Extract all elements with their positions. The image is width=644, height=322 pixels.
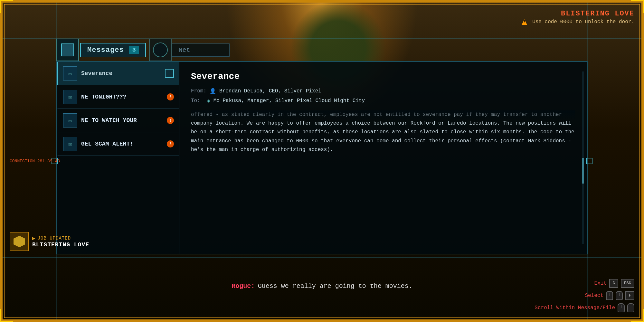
control-key-esc: ESC	[621, 279, 634, 288]
job-updated-icon	[10, 232, 29, 251]
quest-hint: ! Use code 0000 to unlock the door.	[522, 19, 634, 25]
msg-icon-0: ✉	[63, 66, 77, 80]
control-exit-label: Exit	[594, 280, 607, 286]
msg-label-0: Severance	[81, 70, 112, 77]
msg-icon-3: ✉	[63, 137, 77, 151]
quest-notification: BLISTERING LOVE ! Use code 0000 to unloc…	[522, 10, 634, 25]
content-area: ✉ Severance ✉ NE TONIGHT??? ! ✉ NE TO WA…	[56, 61, 588, 254]
message-detail-to-row: To: ◈ Mo Pakusa, Manager, Silver Pixel C…	[191, 98, 575, 104]
envelope-icon-2: ✉	[69, 117, 72, 124]
tab-net-icon-circle	[153, 43, 168, 57]
msg-label-3: GEL SCAM ALERT!	[81, 141, 133, 147]
message-item-severance[interactable]: ✉ Severance	[57, 62, 179, 85]
to-person-icon: ◈	[207, 98, 210, 104]
from-label: From:	[191, 88, 206, 94]
control-mouse-left	[606, 291, 613, 300]
message-detail-from-row: From: 👤 Brendan DeLuca, CEO, Silver Pixe…	[191, 88, 575, 94]
job-updated-notification: ▶ JOB UPDATED BLISTERING LOVE	[10, 232, 89, 251]
control-key-c: C	[609, 279, 618, 288]
message-item-gel-scam[interactable]: ✉ GEL SCAM ALERT! !	[57, 132, 179, 156]
job-updated-hex-icon	[14, 236, 25, 247]
control-row-scroll: Scroll Within Message/File	[535, 303, 634, 312]
to-person: Mo Pakusa, Manager, Silver Pixel Cloud N…	[213, 98, 365, 104]
msg-label-1: NE TONIGHT???	[81, 94, 126, 100]
msg-alert-badge-3: !	[167, 140, 174, 147]
envelope-icon-1: ✉	[69, 93, 72, 100]
bottom-controls: Exit C ESC Select F Scroll Within Messag…	[535, 279, 634, 312]
msg-icon-1: ✉	[63, 90, 77, 104]
envelope-icon-0: ✉	[69, 70, 72, 77]
message-detail: Severance From: 👤 Brendan DeLuca, CEO, S…	[179, 62, 587, 254]
tab-messages-icon-inner	[61, 43, 74, 56]
to-label: To:	[191, 98, 204, 104]
control-row-exit: Exit C ESC	[594, 279, 634, 288]
message-list: ✉ Severance ✉ NE TONIGHT??? ! ✉ NE TO WA…	[57, 62, 179, 254]
msg-checkbox-0[interactable]	[165, 69, 174, 78]
control-select-label: Select	[585, 293, 603, 298]
subtitle-bar: Rogue: Guess we really are going to the …	[232, 282, 412, 290]
subtitle-text: Guess we really are going to the movies.	[258, 282, 412, 290]
control-mouse-scroll-l	[618, 303, 625, 312]
job-updated-label: ▶ JOB UPDATED	[32, 235, 89, 242]
control-mouse-middle	[616, 291, 623, 300]
control-scroll-label: Scroll Within Message/File	[535, 305, 615, 311]
quest-warning-icon: !	[522, 19, 527, 25]
job-updated-text: ▶ JOB UPDATED BLISTERING LOVE	[32, 235, 89, 248]
main-panel: Messages 3 Net ✉ Severance ✉	[56, 39, 588, 258]
quest-hint-text: Use code 0000 to unlock the door.	[532, 19, 634, 25]
from-person: Brendan DeLuca, CEO, Silver Pixel	[219, 88, 321, 94]
msg-alert-badge-1: !	[167, 93, 174, 100]
message-item-ne-watch[interactable]: ✉ NE TO WATCH YOUR !	[57, 109, 179, 132]
tab-net-label: Net	[178, 46, 190, 54]
tab-messages-icon	[56, 39, 79, 61]
tab-net[interactable]: Net	[172, 43, 230, 57]
msg-alert-badge-2: !	[167, 117, 174, 124]
tab-messages[interactable]: Messages 3	[80, 43, 146, 57]
connection-info: CONNECTION 281 89.43	[10, 159, 60, 164]
body-top-fade	[191, 110, 575, 120]
quest-title: BLISTERING LOVE	[522, 10, 634, 18]
corner-tl	[0, 0, 13, 13]
control-key-f: F	[625, 291, 634, 300]
tab-net-icon	[149, 39, 172, 61]
message-detail-body: offered - as stated clearly in the contr…	[191, 110, 575, 154]
control-mouse-scroll-r	[627, 303, 634, 312]
subtitle-speaker: Rogue:	[232, 282, 255, 290]
tab-messages-label: Messages	[87, 46, 124, 54]
connection-label: CONNECTION 281 89.43	[10, 159, 60, 164]
msg-label-2: NE TO WATCH YOUR	[81, 117, 137, 124]
message-scrollbar[interactable]	[582, 71, 584, 244]
message-item-ne-tonight[interactable]: ✉ NE TONIGHT??? !	[57, 85, 179, 109]
control-row-select: Select F	[585, 291, 634, 300]
job-updated-name: BLISTERING LOVE	[32, 242, 89, 248]
job-updated-arrow-icon: ▶	[32, 235, 36, 242]
message-detail-title: Severance	[191, 71, 575, 81]
edge-decor-right	[586, 158, 592, 164]
envelope-icon-3: ✉	[69, 140, 72, 147]
tab-bar: Messages 3 Net	[56, 39, 588, 61]
from-person-icon: 👤	[210, 88, 216, 94]
scrollbar-thumb[interactable]	[582, 158, 584, 184]
corner-bl	[0, 309, 13, 322]
tab-messages-count: 3	[129, 46, 139, 54]
msg-icon-2: ✉	[63, 113, 77, 128]
